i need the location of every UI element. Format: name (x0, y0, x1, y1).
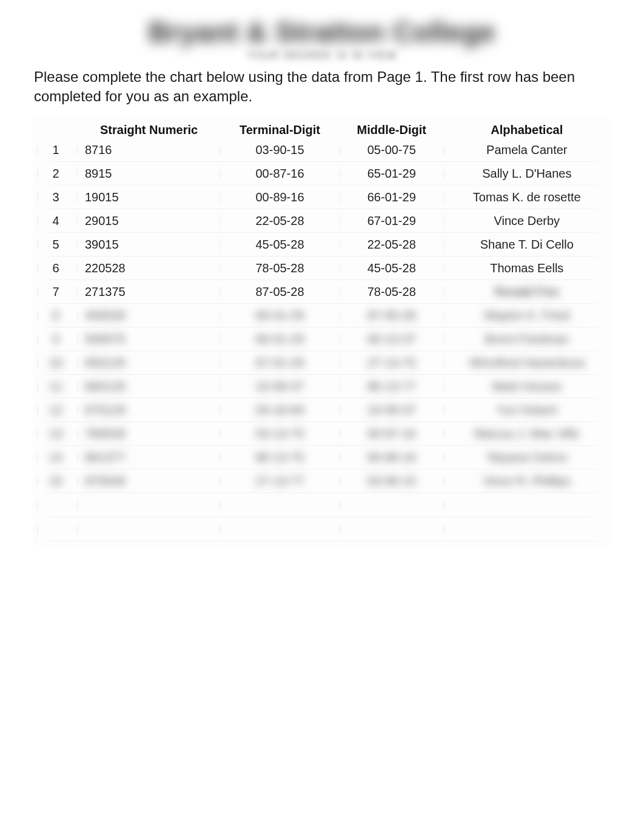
cell-middle-digit: 65-01-29 (340, 162, 444, 186)
empty-cell (220, 517, 340, 542)
row-number: 10 (34, 351, 78, 375)
obscured-text: 86-13-77 (367, 380, 416, 393)
obscured-text: 10 (49, 356, 62, 369)
cell-terminal-digit: 53-13-75 (220, 422, 340, 446)
obscured-text: 11 (49, 380, 62, 393)
cell-middle-digit: 00-87-16 (340, 422, 444, 446)
row-number: 8 (34, 304, 78, 327)
cell-middle-digit: 67-01-29 (340, 209, 444, 233)
institution-title: Bryant & Stratton College (34, 17, 610, 48)
cell-terminal-digit: 66-01-29 (220, 327, 340, 351)
table-row-empty (34, 517, 610, 542)
obscured-text: 03-18-69 (255, 403, 304, 417)
cell-terminal-digit: 65-01-29 (220, 304, 340, 327)
table-row-obscured: 1065012967-01-2927-13-75Winnifred Haramb… (34, 351, 610, 375)
cell-terminal-digit: 03-18-69 (220, 398, 340, 422)
cell-straight-numeric: 8716 (78, 138, 220, 162)
empty-cell (340, 517, 444, 542)
obscured-text: 870528 (85, 474, 126, 488)
obscured-text: 53-13-75 (255, 427, 304, 440)
cell-alphabetical: Vince R. Phillips (444, 469, 610, 493)
filing-order-table: Straight Numeric Terminal-Digit Middle-D… (34, 118, 610, 542)
row-number: 6 (34, 257, 78, 280)
cell-terminal-digit: 10-58-37 (220, 375, 340, 398)
obscured-text: 500075 (85, 332, 126, 346)
column-header-index (34, 118, 78, 138)
institution-subtitle: YOUR DEGREE IS IN VIEW (34, 50, 610, 61)
obscured-text: 670129 (85, 403, 126, 417)
document-header: Bryant & Stratton College YOUR DEGREE IS… (34, 17, 610, 61)
cell-middle-digit: 45-05-28 (340, 257, 444, 280)
obscured-text: 66-01-29 (255, 332, 304, 346)
obscured-text: 03-90-15 (367, 474, 416, 488)
obscured-text: 15 (49, 474, 62, 488)
obscured-text: 10-58-37 (255, 380, 304, 393)
obscured-text: 8 (52, 309, 59, 322)
cell-terminal-digit: 00-87-16 (220, 162, 340, 186)
table-header-row: Straight Numeric Terminal-Digit Middle-D… (34, 118, 610, 138)
table-row-obscured: 845052865-01-2987-05-28Waylon K. Fried (34, 304, 610, 327)
row-number: 4 (34, 209, 78, 233)
table-row: 1871603-90-1505-00-75Pamela Canter (34, 138, 610, 162)
data-table-container: Straight Numeric Terminal-Digit Middle-D… (34, 117, 610, 545)
table-row-obscured: 1378052853-13-7500-87-16Marcus J. Mac Vi… (34, 422, 610, 446)
cell-straight-numeric: 271375 (78, 280, 220, 304)
row-number: 5 (34, 233, 78, 257)
empty-cell (34, 517, 78, 542)
empty-cell (444, 493, 610, 517)
obscured-text: 00-13-37 (367, 332, 416, 346)
column-header-middle-digit: Middle-Digit (340, 118, 444, 138)
cell-middle-digit: 00-13-37 (340, 327, 444, 351)
cell-middle-digit: 05-00-75 (340, 138, 444, 162)
obscured-text: Vince R. Phillips (483, 474, 571, 488)
cell-alphabetical: Thomas Eells (444, 257, 610, 280)
obscured-text: Winnifred Harambura (469, 356, 585, 369)
instructions-text: Please complete the chart below using th… (34, 67, 610, 107)
cell-alphabetical: Brent Friedman (444, 327, 610, 351)
table-row: 727137587-05-2878-05-28Ronald Five (34, 280, 610, 304)
table-row: 42901522-05-2867-01-29Vince Derby (34, 209, 610, 233)
obscured-text: 67-01-29 (255, 356, 304, 369)
table-row: 53901545-05-2822-05-28Shane T. Di Cello (34, 233, 610, 257)
cell-middle-digit: 86-13-77 (340, 375, 444, 398)
obscured-text: 13 (49, 427, 62, 440)
cell-straight-numeric: 861377 (78, 446, 220, 469)
row-number: 13 (34, 422, 78, 446)
cell-middle-digit: 66-01-29 (340, 186, 444, 209)
row-number: 9 (34, 327, 78, 351)
column-header-terminal-digit: Terminal-Digit (220, 118, 340, 138)
table-row: 622052878-05-2845-05-28Thomas Eells (34, 257, 610, 280)
obscured-text: 00-89-16 (367, 451, 416, 464)
cell-middle-digit: 10-58-37 (340, 398, 444, 422)
cell-alphabetical: Tomas K. de rosette (444, 186, 610, 209)
row-number: 1 (34, 138, 78, 162)
cell-straight-numeric: 8915 (78, 162, 220, 186)
cell-middle-digit: 27-13-75 (340, 351, 444, 375)
empty-cell (78, 493, 220, 517)
cell-terminal-digit: 87-05-28 (220, 280, 340, 304)
obscured-text: Ronald Five (494, 285, 559, 298)
cell-alphabetical: Sally L. D'Hanes (444, 162, 610, 186)
table-row-obscured: 1166012910-58-3786-13-77Mark Horace (34, 375, 610, 398)
cell-terminal-digit: 67-01-29 (220, 351, 340, 375)
cell-terminal-digit: 45-05-28 (220, 233, 340, 257)
obscured-text: Waylon K. Fried (484, 309, 570, 322)
table-row-obscured: 1587052827-13-7703-90-15Vince R. Phillip… (34, 469, 610, 493)
obscured-text: 9 (52, 332, 59, 346)
cell-terminal-digit: 03-90-15 (220, 138, 340, 162)
obscured-text: Tatyana Ostrov (486, 451, 568, 464)
obscured-text: Brent Friedman (485, 332, 569, 346)
column-header-straight-numeric: Straight Numeric (78, 118, 220, 138)
cell-straight-numeric: 650129 (78, 351, 220, 375)
table-row-empty (34, 493, 610, 517)
empty-cell (340, 493, 444, 517)
cell-alphabetical: Pamela Canter (444, 138, 610, 162)
row-number: 2 (34, 162, 78, 186)
row-number: 11 (34, 375, 78, 398)
cell-straight-numeric: 670129 (78, 398, 220, 422)
row-number: 15 (34, 469, 78, 493)
cell-straight-numeric: 870528 (78, 469, 220, 493)
cell-straight-numeric: 19015 (78, 186, 220, 209)
cell-straight-numeric: 780528 (78, 422, 220, 446)
cell-straight-numeric: 29015 (78, 209, 220, 233)
